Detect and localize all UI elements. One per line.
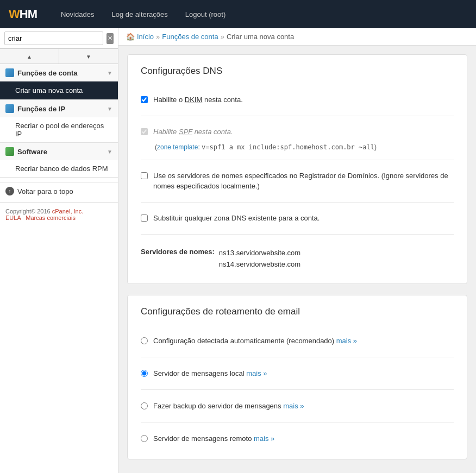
nameserver2: ns14.servidorwebsite.com — [219, 259, 300, 270]
email-auto-label: Configuração detectada automaticamente (… — [153, 337, 357, 345]
log-alteracoes-link[interactable]: Log de alterações — [104, 7, 175, 22]
funcoes-ip-icon — [5, 104, 14, 113]
breadcrumb: 🏠 Início » Funções de conta » Criar uma … — [118, 28, 476, 46]
replace-dns-checkbox[interactable] — [141, 215, 148, 222]
email-local-label: Servidor de mensagens local mais » — [153, 369, 267, 377]
email-divider-1 — [141, 357, 454, 357]
email-card-title: Configurações de roteamento de email — [141, 306, 454, 323]
nav-down-button[interactable] — [59, 49, 118, 64]
eula-link[interactable]: EULA — [5, 215, 21, 221]
funcoes-conta-chevron: ▼ — [107, 70, 112, 76]
divider-4 — [141, 234, 454, 235]
sidebar-section-software-header[interactable]: Software ▼ — [0, 143, 118, 160]
email-routing-card: Configurações de roteamento de email Con… — [127, 295, 467, 459]
dns-settings-card: Configurações DNS Habilite o DKIM nesta … — [127, 54, 467, 284]
dns-card-title: Configurações DNS — [141, 66, 454, 82]
dkim-label: Habilite o DKIM nesta conta. — [153, 95, 243, 105]
divider-1 — [141, 116, 454, 116]
arrow-down-icon — [86, 52, 91, 60]
replace-dns-row: Substituir qualquer zona DNS existente p… — [141, 209, 454, 228]
email-option-remote: Servidor de mensagens remoto mais » — [141, 429, 454, 448]
main-content: 🏠 Início » Funções de conta » Criar uma … — [118, 28, 476, 473]
zone-template-value: v=spf1 a mx include:spf.homehost.com.br … — [202, 143, 374, 151]
sidebar-footer: Copyright© 2016 cPanel, Inc. EULA Marcas… — [0, 202, 118, 226]
logout-link[interactable]: Logout (root) — [178, 7, 233, 22]
dkim-row: Habilite o DKIM nesta conta. — [141, 91, 454, 109]
email-option-local: Servidor de mensagens local mais » — [141, 364, 454, 383]
sidebar-section-software: Software ▼ Recriar banco de dados RPM — [0, 143, 118, 178]
zone-template-row: (zone template: v=spf1 a mx include:spf.… — [141, 141, 454, 153]
nameservers-label: Servidores de nomes: — [141, 248, 215, 256]
breadcrumb-funcoes-conta[interactable]: Funções de conta — [162, 33, 218, 41]
cpanel-link[interactable]: cPanel, Inc. — [52, 208, 83, 215]
sidebar-active-criar-nova-conta[interactable]: Criar uma nova conta — [0, 81, 118, 99]
sidebar-section-funcoes-conta-header[interactable]: Funções de conta ▼ — [0, 64, 118, 81]
breadcrumb-current: Criar uma nova conta — [227, 33, 294, 41]
email-backup-more-link[interactable]: mais » — [283, 402, 304, 410]
funcoes-conta-icon — [5, 68, 14, 77]
sidebar: ✕ Funções de conta ▼ Criar uma nova cont… — [0, 28, 118, 473]
sidebar-section-funcoes-conta: Funções de conta ▼ Criar uma nova conta — [0, 64, 118, 100]
email-divider-2 — [141, 389, 454, 390]
back-label: Voltar para o topo — [17, 187, 73, 195]
email-auto-radio[interactable] — [141, 337, 148, 344]
sidebar-section-funcoes-ip-header[interactable]: Funções de IP ▼ — [0, 100, 118, 117]
email-backup-label: Fazer backup do servidor de mensagens ma… — [153, 402, 304, 410]
nameservers-values: ns13.servidorwebsite.com ns14.servidorwe… — [219, 248, 300, 270]
software-label: Software — [17, 148, 104, 156]
email-remote-label: Servidor de mensagens remoto mais » — [153, 434, 274, 443]
search-input[interactable] — [4, 31, 103, 45]
nameserver1: ns13.servidorwebsite.com — [219, 248, 300, 259]
email-local-radio[interactable] — [141, 370, 148, 377]
topnav-links: Novidades Log de alterações Logout (root… — [53, 7, 233, 22]
novidades-link[interactable]: Novidades — [53, 7, 102, 22]
topnav: WHM Novidades Log de alterações Logout (… — [0, 0, 476, 28]
back-icon: ↑ — [5, 187, 14, 195]
use-registrar-label: Use os servidores de nomes especificados… — [153, 171, 454, 191]
sidebar-item-recriar-pool[interactable]: Recriar o pool de endereços IP — [0, 117, 118, 142]
home-icon: 🏠 — [126, 33, 135, 41]
email-remote-radio[interactable] — [141, 435, 148, 442]
dkim-checkbox[interactable] — [141, 96, 148, 103]
sidebar-back-to-top[interactable]: ↑ Voltar para o topo — [0, 182, 118, 200]
trademarks-link[interactable]: Marcas comerciais — [26, 215, 76, 221]
email-option-auto: Configuração detectada automaticamente (… — [141, 331, 454, 350]
email-local-more-link[interactable]: mais » — [246, 369, 267, 377]
copyright-text: Copyright© 2016 — [5, 208, 52, 215]
spf-row: Habilite SPF nesta conta. — [141, 123, 454, 141]
layout: ✕ Funções de conta ▼ Criar uma nova cont… — [0, 28, 476, 473]
breadcrumb-home[interactable]: Início — [137, 33, 154, 41]
logo: WHM — [9, 7, 37, 21]
sidebar-section-funcoes-ip: Funções de IP ▼ Recriar o pool de endere… — [0, 100, 118, 143]
use-registrar-row: Use os servidores de nomes especificados… — [141, 167, 454, 195]
spf-label: Habilite SPF nesta conta. — [153, 127, 233, 137]
email-option-backup: Fazer backup do servidor de mensagens ma… — [141, 396, 454, 415]
use-registrar-checkbox[interactable] — [141, 172, 148, 179]
funcoes-conta-label: Funções de conta — [17, 69, 104, 77]
email-divider-3 — [141, 422, 454, 422]
breadcrumb-sep-1: » — [156, 33, 160, 41]
funcoes-ip-label: Funções de IP — [17, 105, 104, 113]
zone-template-link[interactable]: zone template — [157, 143, 198, 151]
divider-3 — [141, 202, 454, 203]
email-remote-more-link[interactable]: mais » — [254, 434, 274, 443]
nav-arrows — [0, 49, 118, 64]
software-chevron: ▼ — [107, 149, 112, 155]
sidebar-item-recriar-rpm[interactable]: Recriar banco de dados RPM — [0, 160, 118, 177]
breadcrumb-sep-2: » — [221, 33, 224, 41]
funcoes-ip-chevron: ▼ — [107, 106, 112, 112]
email-backup-radio[interactable] — [141, 402, 148, 409]
divider-2 — [141, 160, 454, 160]
search-clear-button[interactable]: ✕ — [107, 33, 114, 44]
software-icon — [5, 147, 14, 156]
nameservers-row: Servidores de nomes: ns13.servidorwebsit… — [141, 241, 454, 273]
arrow-up-icon — [27, 52, 32, 60]
nav-up-button[interactable] — [0, 49, 59, 64]
spf-checkbox[interactable] — [141, 128, 148, 135]
replace-dns-label: Substituir qualquer zona DNS existente p… — [153, 213, 320, 223]
email-auto-more-link[interactable]: mais » — [336, 337, 357, 345]
search-box: ✕ — [0, 28, 118, 49]
